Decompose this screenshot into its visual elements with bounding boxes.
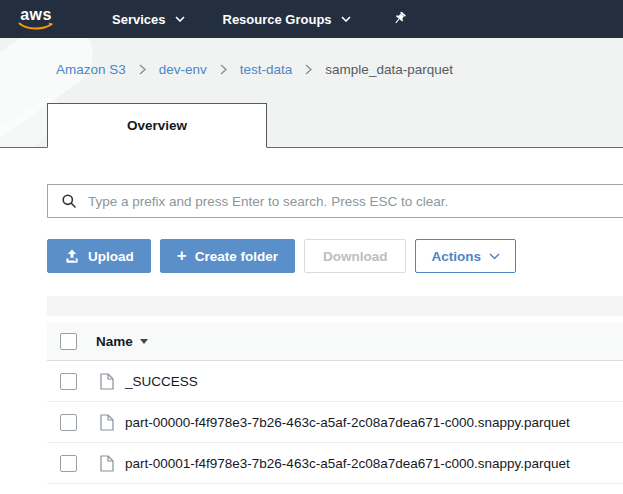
upload-icon	[64, 249, 80, 264]
download-button[interactable]: Download	[304, 239, 407, 273]
prefix-search-box	[47, 184, 623, 218]
pushpin-icon	[391, 11, 407, 27]
object-name[interactable]: part-00000-f4f978e3-7b26-463c-a5af-2c08a…	[125, 415, 570, 430]
file-icon	[100, 414, 114, 431]
aws-logo[interactable]: aws	[18, 7, 54, 31]
page-header-area: Amazon S3 dev-env test-data sample_data-…	[0, 38, 623, 148]
breadcrumb-test-data[interactable]: test-data	[240, 62, 293, 77]
services-menu-label: Services	[112, 12, 166, 27]
table-top-strip	[47, 296, 623, 316]
object-name[interactable]: part-00001-f4f978e3-7b26-463c-a5af-2c08a…	[125, 456, 570, 471]
actions-button-label: Actions	[431, 249, 481, 264]
actions-button[interactable]: Actions	[415, 239, 516, 273]
object-name[interactable]: _SUCCESS	[125, 374, 198, 389]
aws-smile-icon	[18, 22, 54, 31]
download-button-label: Download	[323, 249, 388, 264]
column-header-name[interactable]: Name	[96, 334, 133, 349]
breadcrumb-current-folder: sample_data-parquet	[325, 62, 453, 77]
top-navigation-bar: aws Services Resource Groups	[0, 0, 623, 38]
row-checkbox[interactable]	[60, 373, 77, 390]
search-icon	[61, 193, 77, 209]
resource-groups-menu-label: Resource Groups	[223, 12, 332, 27]
breadcrumb-separator-icon	[139, 64, 146, 75]
resource-groups-menu[interactable]: Resource Groups	[223, 12, 351, 27]
file-icon	[100, 373, 114, 390]
breadcrumb-amazon-s3[interactable]: Amazon S3	[56, 62, 126, 77]
chevron-down-icon	[341, 16, 351, 22]
tab-overview-label: Overview	[127, 118, 187, 133]
breadcrumb-separator-icon	[305, 64, 312, 75]
table-header-row: Name	[47, 323, 623, 361]
tab-strip: Overview	[0, 103, 623, 148]
breadcrumb-dev-env[interactable]: dev-env	[159, 62, 207, 77]
table-row: part-00001-f4f978e3-7b26-463c-a5af-2c08a…	[47, 443, 623, 484]
select-all-checkbox[interactable]	[60, 333, 77, 350]
chevron-down-icon	[175, 16, 185, 22]
table-row: part-00000-f4f978e3-7b26-463c-a5af-2c08a…	[47, 402, 623, 443]
breadcrumb: Amazon S3 dev-env test-data sample_data-…	[0, 38, 623, 77]
aws-logo-text: aws	[20, 7, 52, 22]
chevron-down-icon	[489, 253, 500, 260]
overview-panel: Upload + Create folder Download Actions …	[0, 184, 623, 484]
sort-desc-icon[interactable]	[140, 339, 148, 344]
plus-icon: +	[177, 247, 187, 264]
row-checkbox[interactable]	[60, 414, 77, 431]
upload-button[interactable]: Upload	[47, 239, 151, 273]
table-row: _SUCCESS	[47, 361, 623, 402]
create-folder-button-label: Create folder	[195, 249, 278, 264]
breadcrumb-separator-icon	[220, 64, 227, 75]
row-checkbox[interactable]	[60, 455, 77, 472]
pin-shortcuts-button[interactable]	[391, 11, 407, 27]
create-folder-button[interactable]: + Create folder	[160, 239, 295, 273]
file-icon	[100, 455, 114, 472]
action-toolbar: Upload + Create folder Download Actions	[47, 239, 623, 273]
upload-button-label: Upload	[88, 249, 134, 264]
services-menu[interactable]: Services	[112, 12, 185, 27]
tab-overview[interactable]: Overview	[47, 103, 267, 148]
prefix-search-input[interactable]	[88, 194, 623, 209]
